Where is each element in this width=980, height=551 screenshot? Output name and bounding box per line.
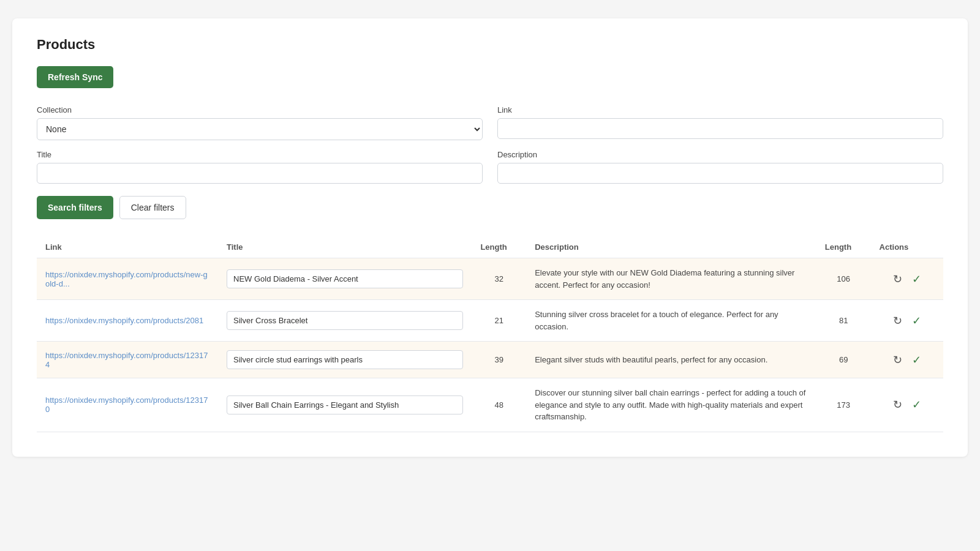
refresh-action-button[interactable]: ↻ bbox=[891, 397, 905, 413]
page-title: Products bbox=[37, 37, 943, 53]
desc-length: 173 bbox=[816, 378, 871, 432]
collection-label: Collection bbox=[37, 105, 483, 114]
col-header-actions: Actions bbox=[871, 236, 943, 258]
product-title-input[interactable] bbox=[227, 350, 463, 369]
product-link[interactable]: https://onixdev.myshopify.com/products/n… bbox=[45, 270, 208, 288]
link-filter-group: Link bbox=[497, 105, 943, 140]
product-title-input[interactable] bbox=[227, 395, 463, 414]
table-row: https://onixdev.myshopify.com/products/2… bbox=[37, 300, 943, 342]
confirm-action-button[interactable]: ✓ bbox=[910, 313, 924, 329]
product-description: Elegant silver studs with beautiful pear… bbox=[526, 342, 816, 378]
confirm-action-button[interactable]: ✓ bbox=[910, 271, 924, 287]
title-length: 39 bbox=[472, 342, 526, 378]
col-header-length-title: Length bbox=[472, 236, 526, 258]
page-container: Products Refresh Sync Collection None Si… bbox=[12, 18, 968, 457]
refresh-action-button[interactable]: ↻ bbox=[891, 352, 905, 368]
product-link[interactable]: https://onixdev.myshopify.com/products/1… bbox=[45, 351, 208, 369]
actions-cell: ↻✓ bbox=[880, 271, 935, 287]
desc-length: 81 bbox=[816, 300, 871, 342]
filter-actions: Search filters Clear filters bbox=[37, 196, 943, 219]
col-header-description: Description bbox=[526, 236, 816, 258]
collection-select[interactable]: None Silver Jewelry Gold Jewelry Bracele… bbox=[37, 118, 483, 140]
table-header-row: Link Title Length Description Length Act… bbox=[37, 236, 943, 258]
refresh-action-button[interactable]: ↻ bbox=[891, 271, 905, 287]
product-link[interactable]: https://onixdev.myshopify.com/products/2… bbox=[45, 316, 203, 325]
description-filter-group: Description bbox=[497, 150, 943, 184]
actions-cell: ↻✓ bbox=[880, 397, 935, 413]
product-link[interactable]: https://onixdev.myshopify.com/products/1… bbox=[45, 395, 208, 414]
title-length: 48 bbox=[472, 378, 526, 432]
actions-cell: ↻✓ bbox=[880, 313, 935, 329]
clear-filters-button[interactable]: Clear filters bbox=[119, 196, 186, 219]
desc-length: 69 bbox=[816, 342, 871, 378]
product-title-input[interactable] bbox=[227, 311, 463, 330]
filters-grid: Collection None Silver Jewelry Gold Jewe… bbox=[37, 105, 943, 184]
table-row: https://onixdev.myshopify.com/products/1… bbox=[37, 342, 943, 378]
refresh-sync-button[interactable]: Refresh Sync bbox=[37, 66, 113, 88]
actions-cell: ↻✓ bbox=[880, 352, 935, 368]
confirm-action-button[interactable]: ✓ bbox=[910, 352, 924, 368]
title-label: Title bbox=[37, 150, 483, 159]
refresh-action-button[interactable]: ↻ bbox=[891, 313, 905, 329]
description-input[interactable] bbox=[497, 163, 943, 184]
product-description: Stunning silver cross bracelet for a tou… bbox=[526, 300, 816, 342]
table-row: https://onixdev.myshopify.com/products/n… bbox=[37, 258, 943, 300]
title-length: 21 bbox=[472, 300, 526, 342]
products-table: Link Title Length Description Length Act… bbox=[37, 236, 943, 432]
description-label: Description bbox=[497, 150, 943, 159]
product-title-input[interactable] bbox=[227, 269, 463, 288]
product-description: Discover our stunning silver ball chain … bbox=[526, 378, 816, 432]
col-header-link: Link bbox=[37, 236, 218, 258]
table-row: https://onixdev.myshopify.com/products/1… bbox=[37, 378, 943, 432]
col-header-length-desc: Length bbox=[816, 236, 871, 258]
title-length: 32 bbox=[472, 258, 526, 300]
search-filters-button[interactable]: Search filters bbox=[37, 196, 113, 219]
link-label: Link bbox=[497, 105, 943, 114]
confirm-action-button[interactable]: ✓ bbox=[910, 397, 924, 413]
title-filter-group: Title bbox=[37, 150, 483, 184]
collection-filter-group: Collection None Silver Jewelry Gold Jewe… bbox=[37, 105, 483, 140]
product-description: Elevate your style with our NEW Gold Dia… bbox=[526, 258, 816, 300]
title-input[interactable] bbox=[37, 163, 483, 184]
col-header-title: Title bbox=[218, 236, 472, 258]
link-input[interactable] bbox=[497, 118, 943, 139]
desc-length: 106 bbox=[816, 258, 871, 300]
